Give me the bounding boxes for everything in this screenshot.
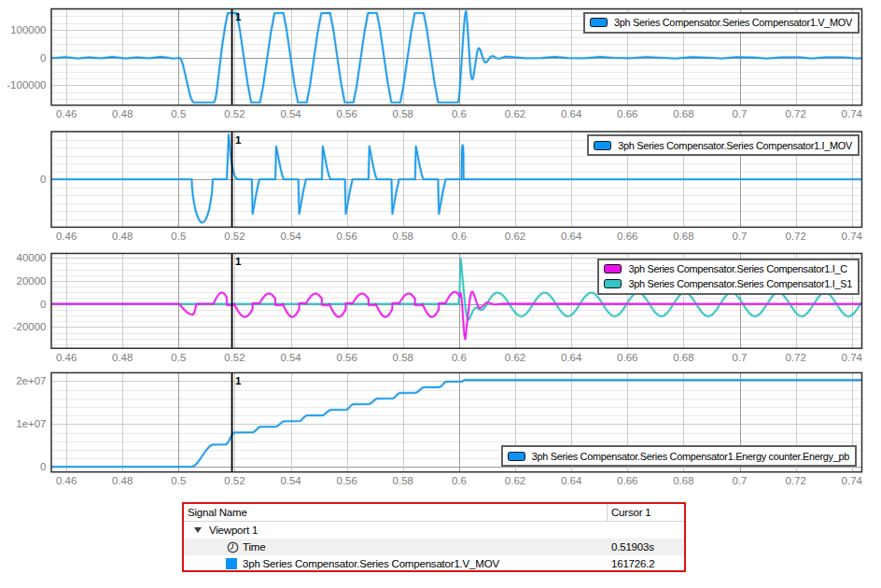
x-tick-label: 0.52 — [224, 475, 245, 486]
collapse-triangle-icon[interactable] — [194, 527, 202, 533]
x-tick-label: 0.58 — [393, 352, 413, 363]
x-tick-label: 0.72 — [785, 352, 805, 363]
y-tick-label: 40000 — [17, 252, 47, 263]
y-tick-label: 0 — [40, 174, 46, 185]
x-tick-label: 0.46 — [56, 108, 77, 119]
table-row-vmov[interactable]: 3ph Series Compensator.Series Compensato… — [184, 555, 684, 572]
x-tick-label: 0.72 — [785, 231, 805, 242]
x-tick-label: 0.66 — [617, 108, 637, 119]
legend-box[interactable]: 3ph Series Compensator.Series Compensato… — [501, 445, 857, 467]
x-tick-label: 0.56 — [337, 475, 357, 486]
column-resize-handle[interactable] — [607, 504, 608, 521]
x-tick-label: 0.52 — [224, 108, 245, 119]
cursor-label[interactable]: 1 — [235, 256, 241, 267]
x-tick-label: 0.46 — [56, 475, 77, 486]
legend-entry: 3ph Series Compensator.Series Compensato… — [604, 276, 852, 291]
table-row-time[interactable]: Time 0.51903s — [184, 539, 684, 555]
x-tick-label: 0.52 — [224, 352, 245, 363]
x-tick-label: 0.6 — [452, 108, 467, 119]
x-tick-label: 0.52 — [224, 231, 245, 242]
scope-window: 10.460.480.50.520.540.560.580.60.620.640… — [0, 0, 881, 588]
x-tick-label: 0.6 — [452, 352, 467, 363]
y-tick-label: 0 — [40, 52, 46, 63]
time-cursor-value: 0.51903s — [611, 539, 654, 555]
x-tick-label: 0.68 — [673, 475, 693, 486]
legend-box[interactable]: 3ph Series Compensator.Series Compensato… — [587, 134, 860, 156]
x-tick-label: 0.7 — [733, 108, 748, 119]
cursor-label[interactable]: 1 — [235, 134, 241, 146]
cursor-table[interactable]: Signal Name Cursor 1 Viewport 1 Time 0.5… — [182, 502, 686, 572]
time-row-label: Time — [243, 539, 265, 555]
y-tick-label: 0 — [40, 461, 46, 472]
cursor-label[interactable]: 1 — [235, 375, 241, 386]
legend-entry: 3ph Series Compensator.Series Compensato… — [590, 15, 852, 30]
legend-swatch-icon — [590, 18, 608, 27]
x-tick-label: 0.48 — [112, 231, 133, 242]
legend-swatch-icon — [604, 279, 622, 288]
x-tick-label: 0.7 — [733, 352, 748, 363]
x-tick-label: 0.7 — [733, 231, 748, 242]
x-tick-label: 0.66 — [617, 352, 637, 363]
x-tick-label: 0.48 — [112, 475, 133, 486]
x-tick-label: 0.56 — [337, 231, 357, 242]
cursor-table-header[interactable]: Signal Name Cursor 1 — [184, 504, 684, 521]
signal-swatch-blue — [226, 558, 237, 569]
legend-entry: 3ph Series Compensator.Series Compensato… — [594, 138, 852, 153]
x-tick-label: 0.62 — [505, 231, 525, 242]
legend-box[interactable]: 3ph Series Compensator.Series Compensato… — [597, 259, 860, 295]
viewport-label: Viewport 1 — [209, 522, 258, 539]
x-tick-label: 0.54 — [280, 352, 301, 363]
x-tick-label: 0.64 — [561, 352, 581, 363]
x-tick-label: 0.5 — [171, 352, 186, 363]
x-tick-label: 0.74 — [842, 108, 862, 119]
cursor-label[interactable]: 1 — [235, 11, 241, 22]
x-tick-label: 0.56 — [337, 352, 357, 363]
x-tick-label: 0.72 — [785, 108, 805, 119]
x-tick-label: 0.54 — [280, 231, 301, 242]
x-tick-label: 0.62 — [505, 108, 525, 119]
vmov-row-label: 3ph Series Compensator.Series Compensato… — [243, 555, 499, 572]
clock-icon — [227, 541, 239, 553]
y-tick-label: 0 — [40, 299, 46, 310]
x-tick-label: 0.6 — [452, 231, 467, 242]
x-tick-label: 0.56 — [337, 108, 357, 119]
x-tick-label: 0.54 — [280, 475, 301, 486]
legend-label: 3ph Series Compensator.Series Compensato… — [532, 451, 849, 462]
x-tick-label: 0.48 — [112, 352, 133, 363]
legend-swatch-icon — [604, 264, 622, 273]
x-tick-label: 0.6 — [452, 475, 467, 486]
x-tick-label: 0.46 — [56, 352, 77, 363]
legend-swatch-icon — [594, 141, 611, 150]
legend-entry: 3ph Series Compensator.Series Compensato… — [508, 449, 849, 464]
x-tick-label: 0.64 — [561, 108, 581, 119]
x-tick-label: 0.74 — [842, 352, 862, 363]
legend-swatch-icon — [508, 452, 525, 461]
x-tick-label: 0.58 — [393, 108, 413, 119]
y-tick-label: 1e+07 — [16, 418, 46, 429]
legend-entry: 3ph Series Compensator.Series Compensato… — [604, 261, 852, 276]
legend-box[interactable]: 3ph Series Compensator.Series Compensato… — [583, 12, 860, 34]
legend-label: 3ph Series Compensator.Series Compensato… — [628, 263, 846, 274]
column-header-signal-name[interactable]: Signal Name — [188, 504, 247, 521]
x-tick-label: 0.62 — [505, 475, 525, 486]
x-tick-label: 0.66 — [617, 475, 637, 486]
x-tick-label: 0.46 — [56, 231, 77, 242]
x-tick-label: 0.58 — [393, 231, 413, 242]
x-tick-label: 0.62 — [505, 352, 525, 363]
table-row-viewport[interactable]: Viewport 1 — [184, 522, 684, 539]
x-tick-label: 0.68 — [673, 108, 693, 119]
x-tick-label: 0.5 — [171, 475, 186, 486]
column-header-cursor-1[interactable]: Cursor 1 — [611, 504, 651, 521]
x-tick-label: 0.64 — [561, 231, 581, 242]
y-tick-label: 20000 — [17, 275, 47, 287]
y-tick-label: 2e+07 — [16, 375, 46, 386]
x-tick-label: 0.58 — [393, 475, 413, 486]
x-tick-label: 0.64 — [561, 475, 581, 486]
x-tick-label: 0.54 — [280, 108, 301, 119]
x-tick-label: 0.5 — [171, 108, 186, 119]
x-tick-label: 0.66 — [617, 231, 637, 242]
legend-label: 3ph Series Compensator.Series Compensato… — [628, 278, 852, 289]
x-tick-label: 0.7 — [733, 475, 748, 486]
legend-label: 3ph Series Compensator.Series Compensato… — [614, 17, 852, 28]
vmov-cursor-value: 161726.2 — [611, 555, 654, 572]
